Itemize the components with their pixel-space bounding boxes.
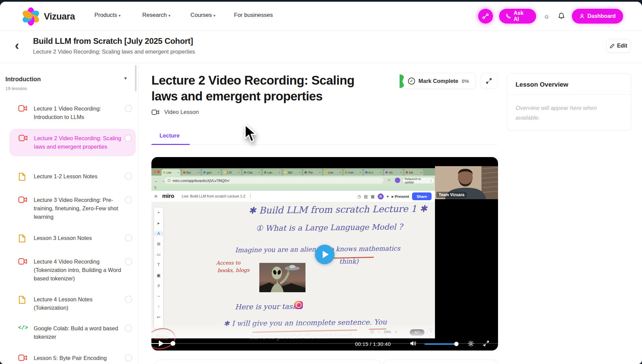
facetime-icon[interactable]: ▦ [371, 194, 374, 199]
miro-tool-icon[interactable]: ▭ [154, 252, 163, 257]
video-player[interactable]: Live×Bui×goo×170×Cha×Lan×360×The×Live×Ho… [151, 157, 498, 351]
close-tab-icon[interactable]: × [198, 171, 199, 174]
browser-tab[interactable]: 170× [222, 169, 241, 176]
browser-tab[interactable]: Inb× [404, 169, 423, 176]
notifications-button[interactable] [557, 12, 566, 21]
mark-complete-button[interactable]: ✓ Mark Complete 0% [400, 73, 476, 89]
close-tab-icon[interactable]: × [359, 171, 361, 174]
share-button[interactable]: Share [412, 192, 432, 200]
brand-logo[interactable]: Vizuara [22, 7, 75, 26]
nav-for-businesses[interactable]: For businesses [234, 12, 273, 19]
timer-icon[interactable]: ◷ [357, 194, 361, 199]
kebab-icon[interactable]: ⋮ [249, 193, 253, 198]
ask-ai-button[interactable]: Ask AI [499, 9, 536, 24]
volume-handle[interactable] [454, 342, 459, 346]
section-title[interactable]: Introduction [5, 76, 41, 83]
workflow-button[interactable] [478, 9, 493, 24]
miro-tool-icon[interactable]: T [154, 263, 163, 267]
volume-slider[interactable] [425, 343, 457, 345]
browser-tab[interactable]: In-c× [364, 169, 383, 176]
bookmark-star-icon[interactable]: ☆ [387, 178, 391, 182]
miro-avatar[interactable]: R [378, 193, 384, 200]
sidebar-lesson-item[interactable]: Lecture 2 Video Recording: Scaling laws … [9, 129, 136, 156]
browser-avatar[interactable] [395, 178, 400, 183]
sidebar-lesson-item[interactable]: Lesson 5: Byte Pair Encoding Introductio… [9, 353, 136, 364]
sidebar-lesson-item[interactable]: Lecture 1 Video Recording: Introduction … [9, 104, 136, 122]
close-tab-icon[interactable]: × [279, 171, 280, 174]
nav-research[interactable]: Research▾ [142, 12, 170, 19]
favicon [365, 171, 368, 174]
browser-tab[interactable]: 360× [283, 169, 302, 176]
dashboard-button[interactable]: Dashboard [572, 9, 623, 24]
seek-handle[interactable] [171, 341, 175, 346]
browser-tab[interactable]: Lan× [263, 169, 282, 176]
completion-checkbox[interactable] [125, 173, 132, 180]
close-tab-icon[interactable]: × [380, 171, 381, 174]
sidebar-lesson-item[interactable]: Lecture 1-2 Lesson Notes [9, 172, 136, 183]
close-tab-icon[interactable]: × [400, 171, 402, 174]
theme-toggle-button[interactable]: ☼ [542, 12, 551, 21]
notes-icon [18, 296, 28, 305]
sidebar-lesson-item[interactable]: Lesson 3 Lesson Notes [9, 233, 136, 245]
relaunch-button[interactable]: Relaunch to update⋮ [402, 177, 435, 184]
miro-tool-icon[interactable]: A [154, 231, 163, 236]
completion-checkbox[interactable] [125, 196, 132, 204]
close-tab-icon[interactable]: × [319, 171, 321, 174]
player-play-button[interactable] [159, 340, 164, 346]
sidebar-lesson-item[interactable]: Lecture 4 Lesson Notes (Tokenization) [9, 295, 136, 313]
sidebar-scrollbar[interactable] [135, 65, 137, 91]
completion-checkbox[interactable] [125, 296, 132, 303]
miro-tool-icon[interactable]: ▣ [154, 273, 163, 278]
play-overlay-button[interactable] [315, 245, 334, 264]
close-tab-icon[interactable]: × [258, 171, 260, 174]
hamburger-icon[interactable]: ≡ [154, 193, 157, 199]
chevron-collapse-icon[interactable]: ▾ [124, 75, 127, 81]
chevron-down-icon: ▾ [169, 13, 171, 18]
close-tab-icon[interactable]: × [177, 171, 179, 174]
close-tab-icon[interactable]: × [339, 171, 341, 174]
completion-checkbox[interactable] [125, 325, 132, 332]
sidebar-lesson-item[interactable]: Lecture 3 Video Recording: Pre-training,… [9, 195, 136, 222]
address-bar[interactable]: miro.com/app/board/uXjVLv7lNQ0=/ [164, 177, 383, 184]
completion-checkbox[interactable] [125, 354, 132, 362]
close-tab-icon[interactable]: × [420, 171, 422, 174]
browser-tab[interactable]: Cha× [242, 169, 261, 176]
miro-tool-icon[interactable]: + [154, 210, 163, 215]
fullscreen-icon[interactable] [483, 340, 489, 346]
miro-tool-icon[interactable]: # [154, 283, 163, 288]
browser-tab[interactable]: goo× [202, 169, 221, 176]
miro-tool-icon[interactable]: ▸ [154, 221, 163, 225]
edit-button[interactable]: Edit [606, 39, 631, 53]
nav-products[interactable]: Products▾ [94, 12, 121, 19]
miro-logo: miro [162, 193, 174, 200]
nav-courses[interactable]: Courses▾ [191, 12, 215, 19]
expand-lesson-button[interactable] [480, 73, 498, 89]
close-tab-icon[interactable]: × [238, 171, 240, 174]
completion-checkbox[interactable] [125, 258, 132, 265]
close-tab-icon[interactable]: × [218, 171, 220, 174]
completion-checkbox[interactable] [125, 234, 132, 242]
bell-icon [558, 12, 565, 20]
miro-tool-icon[interactable]: ~ [154, 294, 163, 299]
close-tab-icon[interactable]: × [299, 171, 300, 174]
tab-lecture[interactable]: Lecture [159, 132, 180, 139]
settings-gear-icon[interactable] [468, 340, 474, 347]
browser-tab[interactable]: Bui× [182, 169, 201, 176]
browser-tab[interactable]: Viz× [384, 169, 403, 176]
miro-tool-icon[interactable]: ⊞ [154, 242, 163, 246]
browser-tab[interactable]: Hon× [344, 169, 362, 176]
back-button[interactable]: ‹ [15, 39, 19, 52]
completion-checkbox[interactable] [125, 105, 132, 112]
miro-tool-icon[interactable]: ↑ [154, 304, 163, 309]
browser-tab[interactable]: The× [303, 169, 322, 176]
browser-tab[interactable]: Live× [323, 169, 342, 176]
sidebar-lesson-item[interactable]: Lecture 4 Video Recording (Tokenization … [9, 257, 136, 283]
browser-back-icon[interactable]: ← [154, 178, 158, 183]
present-button[interactable]: ▸ Present [392, 194, 409, 199]
volume-icon[interactable] [410, 340, 416, 346]
comments-icon[interactable]: ▤ [364, 194, 368, 199]
completion-checkbox[interactable] [124, 134, 132, 142]
sidebar-lesson-item[interactable]: </>Google Colab: Build a word based toke… [9, 324, 136, 342]
miro-tool-icon[interactable]: ↩ [154, 315, 163, 320]
browser-tab[interactable]: Live× [162, 169, 180, 176]
